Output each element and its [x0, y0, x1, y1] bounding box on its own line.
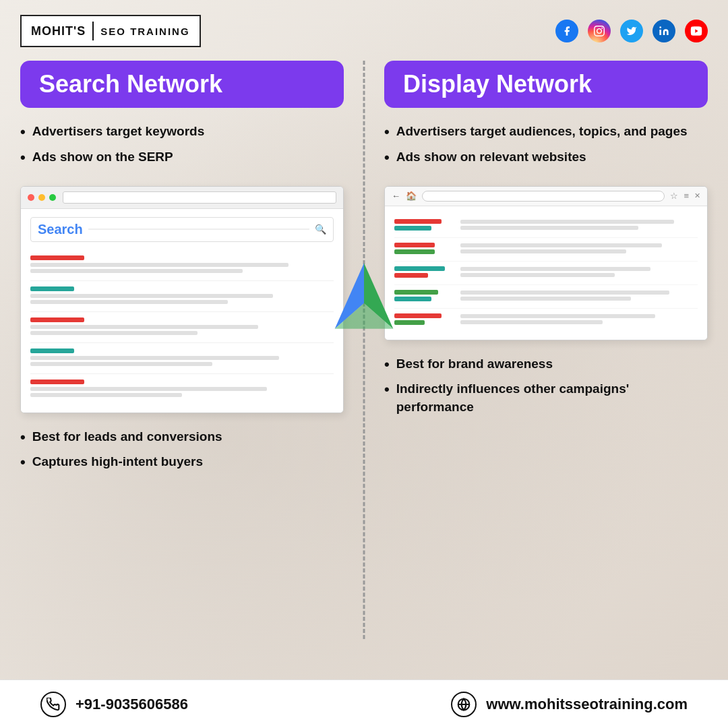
display-row-4: [394, 285, 698, 309]
search-network-title: Search Network: [20, 61, 344, 108]
display-row-3: [394, 262, 698, 285]
footer-left: +91-9035606586: [40, 692, 357, 717]
display-line: [460, 273, 615, 277]
footer: +91-9035606586 www.mohitsseotraining.com: [0, 679, 728, 728]
result-line: [30, 325, 258, 329]
browser-toolbar: [21, 187, 343, 209]
search-bar-mock: Search 🔍: [30, 217, 334, 242]
star-icon: ☆: [670, 191, 678, 201]
result-organic-bar: [30, 286, 74, 291]
bullet-item: Best for brand awareness: [384, 355, 708, 375]
result-line: [30, 294, 273, 298]
logo-mohits: MOHIT'S: [31, 24, 86, 38]
display-network-top-bullets: Advertisers target audiences, topics, an…: [384, 123, 708, 174]
display-browser-mockup: ← 🏠 ☆ ≡ ✕: [384, 186, 708, 340]
browser-dot-green: [49, 194, 56, 201]
display-line: [460, 226, 638, 230]
result-line: [30, 356, 279, 360]
column-divider: [363, 61, 365, 639]
display-browser-toolbar: ← 🏠 ☆ ≡ ✕: [385, 187, 707, 206]
display-ad-teal: [394, 226, 431, 231]
logo-divider: [92, 22, 94, 40]
search-network-top-bullets: Advertisers target keywords Ads show on …: [20, 123, 344, 174]
main-content: Search Network Advertisers target keywor…: [0, 54, 728, 679]
logo-box: MOHIT'S SEO TRAINING: [20, 15, 201, 47]
logo-seo: SEO TRAINING: [100, 26, 189, 37]
display-network-bottom-bullets: Best for brand awareness Indirectly infl…: [384, 355, 708, 422]
search-result-3: [30, 312, 334, 343]
search-label: Search: [38, 222, 83, 237]
youtube-icon[interactable]: [685, 20, 708, 42]
result-ad-bar: [30, 380, 84, 384]
display-url-bar: [422, 191, 665, 202]
result-line: [30, 300, 228, 304]
result-line: [30, 393, 182, 397]
search-result-1: [30, 250, 334, 281]
search-result-5: [30, 374, 334, 404]
home-icon: 🏠: [406, 191, 417, 201]
display-line: [460, 314, 655, 318]
display-line: [460, 267, 650, 271]
browser-dot-yellow: [38, 194, 45, 201]
result-line: [30, 387, 267, 391]
close-icon: ✕: [694, 191, 700, 200]
svg-point-0: [659, 26, 661, 28]
browser-content: Search 🔍: [21, 209, 343, 413]
display-ad-block: [394, 219, 455, 233]
twitter-icon[interactable]: [620, 20, 643, 42]
social-icons: [555, 20, 708, 42]
browser-url-bar: [63, 191, 336, 204]
search-browser-mockup: Search 🔍: [20, 186, 344, 413]
google-ads-logo: [320, 252, 408, 340]
bullet-item: Ads show on the SERP: [20, 148, 344, 169]
display-content-block: [460, 220, 698, 232]
result-line: [30, 263, 289, 267]
two-column-layout: Search Network Advertisers target keywor…: [20, 61, 708, 679]
display-row-1: [394, 214, 698, 238]
result-ad-bar: [30, 255, 84, 260]
bullet-item: Indirectly influences other campaigns' p…: [384, 380, 708, 416]
display-browser-content: [385, 206, 707, 340]
display-line: [460, 220, 674, 224]
phone-number: +91-9035606586: [75, 696, 188, 713]
facebook-icon[interactable]: [555, 20, 578, 42]
display-ad-red: [394, 243, 435, 247]
bullet-item: Ads show on relevant websites: [384, 148, 708, 169]
display-content-block: [460, 291, 698, 303]
back-icon: ←: [392, 191, 400, 201]
phone-icon: [40, 692, 66, 717]
display-line: [460, 243, 662, 247]
bullet-item: Advertisers target audiences, topics, an…: [384, 123, 708, 143]
header: MOHIT'S SEO TRAINING: [0, 0, 728, 54]
website-url: www.mohitsseotraining.com: [486, 696, 688, 713]
result-line: [30, 331, 198, 335]
display-content-block: [460, 243, 698, 255]
result-line: [30, 362, 212, 366]
display-line: [460, 297, 631, 301]
display-ad-red: [394, 219, 442, 224]
display-row-2: [394, 238, 698, 262]
menu-icon: ≡: [684, 191, 689, 201]
display-line: [460, 291, 669, 295]
display-content-block: [460, 314, 698, 326]
instagram-icon[interactable]: [588, 20, 611, 42]
display-content-block: [460, 267, 698, 279]
search-result-2: [30, 281, 334, 312]
search-result-4: [30, 343, 334, 374]
display-line: [460, 320, 603, 324]
display-line: [460, 249, 626, 253]
bullet-item: Advertisers target keywords: [20, 123, 344, 143]
left-column: Search Network Advertisers target keywor…: [20, 61, 364, 679]
right-column: Display Network Advertisers target audie…: [364, 61, 708, 679]
display-row-5: [394, 309, 698, 332]
footer-right: www.mohitsseotraining.com: [371, 692, 688, 717]
display-network-title: Display Network: [384, 61, 708, 108]
globe-icon: [451, 692, 477, 717]
bullet-item: Captures high-intent buyers: [20, 453, 344, 473]
result-organic-bar: [30, 348, 74, 353]
page: MOHIT'S SEO TRAINING: [0, 0, 728, 728]
browser-dot-red: [28, 194, 34, 201]
linkedin-icon[interactable]: [653, 20, 675, 42]
search-network-bottom-bullets: Best for leads and conversions Captures …: [20, 428, 344, 479]
result-line: [30, 269, 243, 273]
